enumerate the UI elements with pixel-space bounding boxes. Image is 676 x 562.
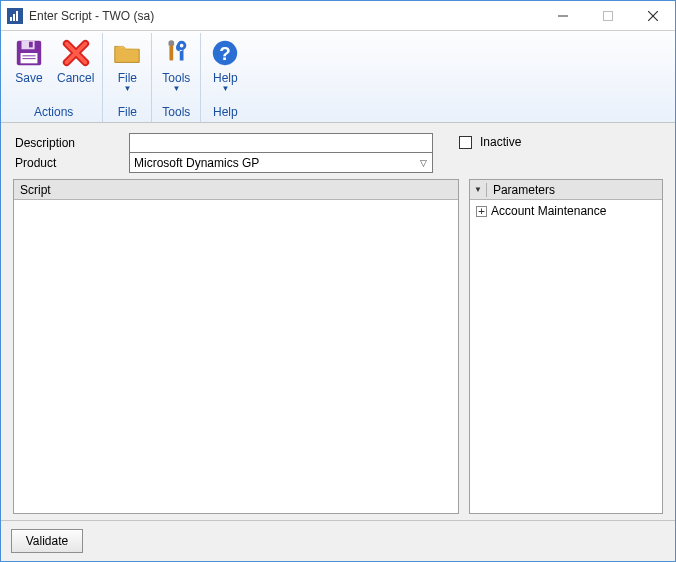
svg-rect-3 — [16, 11, 18, 21]
svg-rect-5 — [603, 11, 612, 20]
script-header: Script — [14, 180, 458, 200]
description-input[interactable] — [129, 133, 433, 153]
chevron-down-icon: ▼ — [123, 86, 131, 92]
ribbon-group-label-tools: Tools — [154, 103, 198, 122]
cancel-button[interactable]: Cancel — [51, 33, 100, 103]
tree-item[interactable]: + Account Maintenance — [476, 204, 656, 218]
titlebar: Enter Script - TWO (sa) — [1, 1, 675, 31]
tools-icon — [160, 37, 192, 69]
ribbon-group-file: File ▼ File — [103, 33, 152, 122]
svg-point-15 — [179, 42, 186, 49]
svg-rect-10 — [29, 42, 33, 48]
ribbon-group-tools: Tools ▼ Tools — [152, 33, 201, 122]
mid-area: Script ▼ Parameters + Account Maintenanc… — [1, 179, 675, 520]
parameters-header-label: Parameters — [493, 183, 555, 197]
file-button[interactable]: File ▼ — [105, 33, 149, 103]
save-icon — [13, 37, 45, 69]
ribbon-group-label-actions: Actions — [7, 103, 100, 122]
parameters-body: + Account Maintenance — [470, 200, 662, 513]
svg-text:?: ? — [220, 43, 231, 64]
maximize-button[interactable] — [585, 1, 630, 30]
inactive-checkbox-wrap[interactable]: Inactive — [459, 135, 521, 149]
tools-label: Tools — [162, 71, 190, 85]
minimize-button[interactable] — [540, 1, 585, 30]
chevron-down-icon[interactable]: ▼ — [474, 185, 482, 194]
script-header-label: Script — [20, 183, 51, 197]
inactive-checkbox[interactable] — [459, 136, 472, 149]
close-button[interactable] — [630, 1, 675, 30]
svg-rect-2 — [13, 14, 15, 21]
app-icon — [7, 8, 23, 24]
parameters-panel: ▼ Parameters + Account Maintenance — [469, 179, 663, 514]
help-icon: ? — [209, 37, 241, 69]
chevron-down-icon: ▼ — [221, 86, 229, 92]
chevron-down-icon: ▽ — [420, 158, 430, 168]
ribbon: Save Cancel Actions — [1, 31, 675, 123]
expand-icon[interactable]: + — [476, 206, 487, 217]
chevron-down-icon: ▼ — [172, 86, 180, 92]
ribbon-group-label-help: Help — [203, 103, 247, 122]
window-controls — [540, 1, 675, 30]
product-select[interactable]: Microsoft Dynamics GP ▽ — [129, 153, 433, 173]
help-label: Help — [213, 71, 238, 85]
script-panel: Script — [13, 179, 459, 514]
tree-item-label: Account Maintenance — [491, 204, 606, 218]
ribbon-group-actions: Save Cancel Actions — [5, 33, 103, 122]
tools-button[interactable]: Tools ▼ — [154, 33, 198, 103]
product-label: Product — [13, 156, 129, 170]
svg-rect-1 — [10, 17, 12, 21]
window-title: Enter Script - TWO (sa) — [29, 9, 154, 23]
footer: Validate — [1, 520, 675, 561]
product-value: Microsoft Dynamics GP — [134, 156, 259, 170]
help-button[interactable]: ? Help ▼ — [203, 33, 247, 103]
validate-button[interactable]: Validate — [11, 529, 83, 553]
cancel-label: Cancel — [57, 71, 94, 85]
save-button[interactable]: Save — [7, 33, 51, 103]
inactive-label: Inactive — [480, 135, 521, 149]
enter-script-window: Enter Script - TWO (sa) — [0, 0, 676, 562]
parameters-header: ▼ Parameters — [470, 180, 662, 200]
folder-icon — [111, 37, 143, 69]
ribbon-group-label-file: File — [105, 103, 149, 122]
file-label: File — [118, 71, 137, 85]
separator — [486, 183, 487, 197]
description-label: Description — [13, 136, 129, 150]
cancel-icon — [60, 37, 92, 69]
form-area: Description Product Microsoft Dynamics G… — [1, 123, 675, 179]
ribbon-group-help: ? Help ▼ Help — [201, 33, 249, 122]
save-label: Save — [15, 71, 42, 85]
script-textarea[interactable] — [14, 200, 458, 513]
